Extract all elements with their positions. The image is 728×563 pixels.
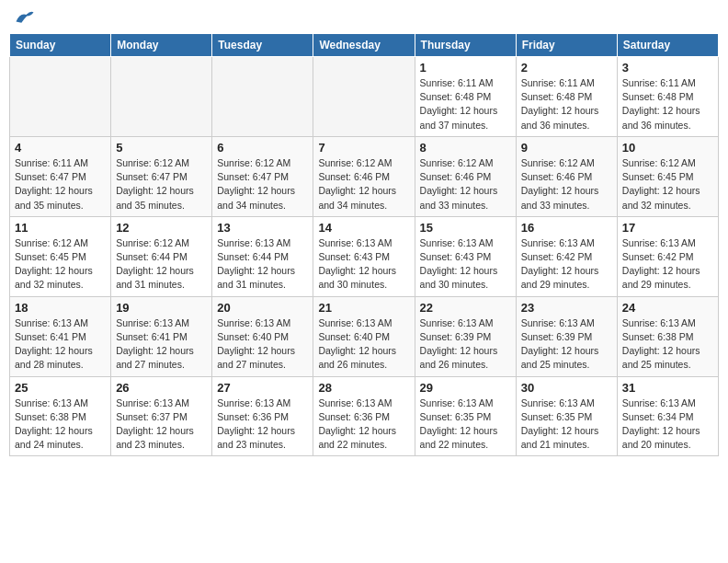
calendar-cell [313,57,415,137]
logo [13,9,35,26]
calendar-cell: 21Sunrise: 6:13 AM Sunset: 6:40 PM Dayli… [313,296,415,376]
day-info: Sunrise: 6:12 AM Sunset: 6:46 PM Dayligh… [318,156,409,213]
day-number: 24 [622,301,713,315]
calendar-header-row: SundayMondayTuesdayWednesdayThursdayFrid… [10,34,719,57]
day-number: 23 [521,301,612,315]
calendar-cell: 24Sunrise: 6:13 AM Sunset: 6:38 PM Dayli… [617,296,718,376]
calendar-cell: 13Sunrise: 6:13 AM Sunset: 6:44 PM Dayli… [212,216,313,296]
day-info: Sunrise: 6:13 AM Sunset: 6:43 PM Dayligh… [318,236,409,293]
day-info: Sunrise: 6:13 AM Sunset: 6:36 PM Dayligh… [217,396,308,453]
day-info: Sunrise: 6:13 AM Sunset: 6:38 PM Dayligh… [622,316,713,373]
calendar-cell: 1Sunrise: 6:11 AM Sunset: 6:48 PM Daylig… [415,57,516,137]
calendar-cell: 11Sunrise: 6:12 AM Sunset: 6:45 PM Dayli… [10,216,111,296]
calendar-week-row: 4Sunrise: 6:11 AM Sunset: 6:47 PM Daylig… [10,136,719,216]
day-number: 10 [622,141,713,155]
calendar-cell: 25Sunrise: 6:13 AM Sunset: 6:38 PM Dayli… [10,376,111,456]
col-header-friday: Friday [516,34,617,57]
day-number: 22 [420,301,511,315]
calendar-cell: 26Sunrise: 6:13 AM Sunset: 6:37 PM Dayli… [111,376,212,456]
calendar-cell: 5Sunrise: 6:12 AM Sunset: 6:47 PM Daylig… [111,136,212,216]
day-number: 13 [217,221,308,235]
calendar-cell: 22Sunrise: 6:13 AM Sunset: 6:39 PM Dayli… [415,296,516,376]
col-header-thursday: Thursday [415,34,516,57]
day-info: Sunrise: 6:13 AM Sunset: 6:34 PM Dayligh… [622,396,713,453]
calendar-cell [10,57,111,137]
day-number: 15 [420,221,511,235]
day-info: Sunrise: 6:13 AM Sunset: 6:40 PM Dayligh… [318,316,409,373]
calendar-cell: 14Sunrise: 6:13 AM Sunset: 6:43 PM Dayli… [313,216,415,296]
calendar-cell: 17Sunrise: 6:13 AM Sunset: 6:42 PM Dayli… [617,216,718,296]
day-info: Sunrise: 6:11 AM Sunset: 6:47 PM Dayligh… [15,156,106,213]
day-number: 17 [622,221,713,235]
day-number: 4 [15,141,106,155]
day-number: 11 [15,221,106,235]
calendar-cell: 31Sunrise: 6:13 AM Sunset: 6:34 PM Dayli… [617,376,718,456]
day-info: Sunrise: 6:13 AM Sunset: 6:41 PM Dayligh… [15,316,106,373]
day-number: 20 [217,301,308,315]
calendar-week-row: 1Sunrise: 6:11 AM Sunset: 6:48 PM Daylig… [10,57,719,137]
col-header-wednesday: Wednesday [313,34,415,57]
day-number: 1 [420,61,511,75]
calendar-cell: 10Sunrise: 6:12 AM Sunset: 6:45 PM Dayli… [617,136,718,216]
day-number: 16 [521,221,612,235]
day-number: 14 [318,221,409,235]
calendar-week-row: 18Sunrise: 6:13 AM Sunset: 6:41 PM Dayli… [10,296,719,376]
day-number: 28 [318,381,409,395]
col-header-saturday: Saturday [617,34,718,57]
calendar-cell [212,57,313,137]
calendar-cell: 3Sunrise: 6:11 AM Sunset: 6:48 PM Daylig… [617,57,718,137]
calendar-cell: 2Sunrise: 6:11 AM Sunset: 6:48 PM Daylig… [516,57,617,137]
day-number: 19 [116,301,207,315]
day-info: Sunrise: 6:12 AM Sunset: 6:45 PM Dayligh… [15,236,106,293]
day-info: Sunrise: 6:12 AM Sunset: 6:47 PM Dayligh… [217,156,308,213]
day-info: Sunrise: 6:12 AM Sunset: 6:46 PM Dayligh… [420,156,511,213]
calendar-cell: 30Sunrise: 6:13 AM Sunset: 6:35 PM Dayli… [516,376,617,456]
calendar-cell: 29Sunrise: 6:13 AM Sunset: 6:35 PM Dayli… [415,376,516,456]
day-info: Sunrise: 6:13 AM Sunset: 6:35 PM Dayligh… [521,396,612,453]
calendar-cell: 12Sunrise: 6:12 AM Sunset: 6:44 PM Dayli… [111,216,212,296]
day-info: Sunrise: 6:12 AM Sunset: 6:44 PM Dayligh… [116,236,207,293]
day-info: Sunrise: 6:13 AM Sunset: 6:37 PM Dayligh… [116,396,207,453]
calendar-cell: 16Sunrise: 6:13 AM Sunset: 6:42 PM Dayli… [516,216,617,296]
day-number: 30 [521,381,612,395]
day-info: Sunrise: 6:13 AM Sunset: 6:42 PM Dayligh… [521,236,612,293]
day-number: 29 [420,381,511,395]
day-info: Sunrise: 6:12 AM Sunset: 6:47 PM Dayligh… [116,156,207,213]
day-number: 8 [420,141,511,155]
day-info: Sunrise: 6:13 AM Sunset: 6:35 PM Dayligh… [420,396,511,453]
col-header-tuesday: Tuesday [212,34,313,57]
day-info: Sunrise: 6:13 AM Sunset: 6:39 PM Dayligh… [420,316,511,373]
day-info: Sunrise: 6:11 AM Sunset: 6:48 PM Dayligh… [521,76,612,132]
day-info: Sunrise: 6:12 AM Sunset: 6:45 PM Dayligh… [622,156,713,213]
col-header-monday: Monday [111,34,212,57]
calendar-cell: 18Sunrise: 6:13 AM Sunset: 6:41 PM Dayli… [10,296,111,376]
day-number: 9 [521,141,612,155]
day-number: 7 [318,141,409,155]
header [9,9,719,26]
calendar-cell: 4Sunrise: 6:11 AM Sunset: 6:47 PM Daylig… [10,136,111,216]
day-info: Sunrise: 6:11 AM Sunset: 6:48 PM Dayligh… [622,76,713,132]
day-info: Sunrise: 6:11 AM Sunset: 6:48 PM Dayligh… [420,76,511,132]
col-header-sunday: Sunday [10,34,111,57]
calendar-table: SundayMondayTuesdayWednesdayThursdayFrid… [9,33,719,456]
day-number: 3 [622,61,713,75]
day-number: 12 [116,221,207,235]
day-number: 6 [217,141,308,155]
day-number: 18 [15,301,106,315]
day-info: Sunrise: 6:13 AM Sunset: 6:41 PM Dayligh… [116,316,207,373]
calendar-cell: 9Sunrise: 6:12 AM Sunset: 6:46 PM Daylig… [516,136,617,216]
calendar-cell [111,57,212,137]
calendar-cell: 8Sunrise: 6:12 AM Sunset: 6:46 PM Daylig… [415,136,516,216]
day-info: Sunrise: 6:13 AM Sunset: 6:40 PM Dayligh… [217,316,308,373]
calendar-cell: 6Sunrise: 6:12 AM Sunset: 6:47 PM Daylig… [212,136,313,216]
calendar-cell: 27Sunrise: 6:13 AM Sunset: 6:36 PM Dayli… [212,376,313,456]
calendar-cell: 15Sunrise: 6:13 AM Sunset: 6:43 PM Dayli… [415,216,516,296]
day-info: Sunrise: 6:13 AM Sunset: 6:39 PM Dayligh… [521,316,612,373]
day-info: Sunrise: 6:13 AM Sunset: 6:36 PM Dayligh… [318,396,409,453]
day-number: 21 [318,301,409,315]
calendar-week-row: 25Sunrise: 6:13 AM Sunset: 6:38 PM Dayli… [10,376,719,456]
calendar-week-row: 11Sunrise: 6:12 AM Sunset: 6:45 PM Dayli… [10,216,719,296]
day-number: 5 [116,141,207,155]
day-number: 25 [15,381,106,395]
calendar-cell: 28Sunrise: 6:13 AM Sunset: 6:36 PM Dayli… [313,376,415,456]
